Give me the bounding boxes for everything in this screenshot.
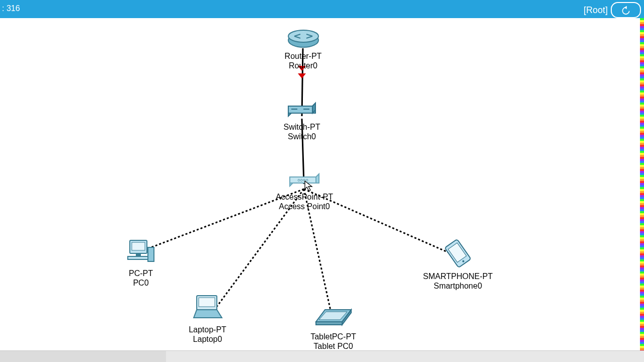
accesspoint-icon: oooo (287, 172, 322, 191)
svg-marker-20 (316, 322, 342, 325)
status-bar (0, 350, 644, 362)
svg-text:oooo: oooo (297, 177, 308, 183)
back-button[interactable] (611, 2, 641, 18)
svg-marker-17 (194, 310, 222, 318)
svg-rect-11 (132, 242, 145, 250)
device-name-label: Access Point0 (267, 202, 342, 211)
device-name-label: Tablet PC0 (302, 341, 365, 351)
pc-icon (126, 239, 156, 267)
device-name-label: Smartphone0 (420, 281, 496, 291)
svg-rect-13 (128, 256, 149, 259)
device-tablet[interactable]: TabletPC-PT Tablet PC0 (302, 305, 365, 351)
smartphone-icon (440, 238, 475, 270)
device-type-label: SMARTPHONE-PT (420, 272, 496, 281)
router-icon (287, 28, 319, 50)
device-switch[interactable]: Switch-PT Switch0 (272, 101, 332, 141)
svg-rect-14 (148, 247, 154, 261)
device-smartphone[interactable]: SMARTPHONE-PT Smartphone0 (420, 238, 496, 291)
switch-icon (285, 101, 318, 121)
title-left-text: : 316 (2, 4, 20, 13)
device-router[interactable]: Router-PT Router0 (272, 28, 335, 70)
device-name-label: Laptop0 (179, 334, 236, 344)
device-type-label: Router-PT (272, 51, 335, 61)
device-name-label: Switch0 (272, 132, 332, 141)
device-type-label: TabletPC-PT (302, 332, 365, 341)
link-arrow-icon (298, 73, 306, 78)
device-type-label: AccessPoint-PT (267, 192, 342, 202)
device-laptop[interactable]: Laptop-PT Laptop0 (179, 294, 236, 344)
laptop-icon (189, 294, 227, 324)
root-label: [Root] (584, 5, 608, 16)
side-stripe (640, 18, 644, 352)
device-type-label: PC-PT (113, 268, 169, 278)
device-type-label: Laptop-PT (179, 325, 236, 334)
device-name-label: PC0 (113, 278, 169, 288)
back-arrow-icon (621, 5, 631, 15)
status-segment (0, 351, 166, 362)
topology-canvas[interactable]: Router-PT Router0 Switch-PT Switch0 oooo (0, 18, 644, 352)
svg-rect-16 (199, 298, 215, 307)
device-accesspoint[interactable]: oooo AccessPoint-PT Access Point0 (267, 172, 342, 211)
svg-point-1 (288, 30, 318, 42)
tablet-icon (311, 305, 356, 331)
title-bar: : 316 [Root] (0, 0, 644, 18)
device-type-label: Switch-PT (272, 122, 332, 132)
device-name-label: Router0 (272, 61, 335, 70)
device-pc[interactable]: PC-PT PC0 (113, 239, 169, 288)
